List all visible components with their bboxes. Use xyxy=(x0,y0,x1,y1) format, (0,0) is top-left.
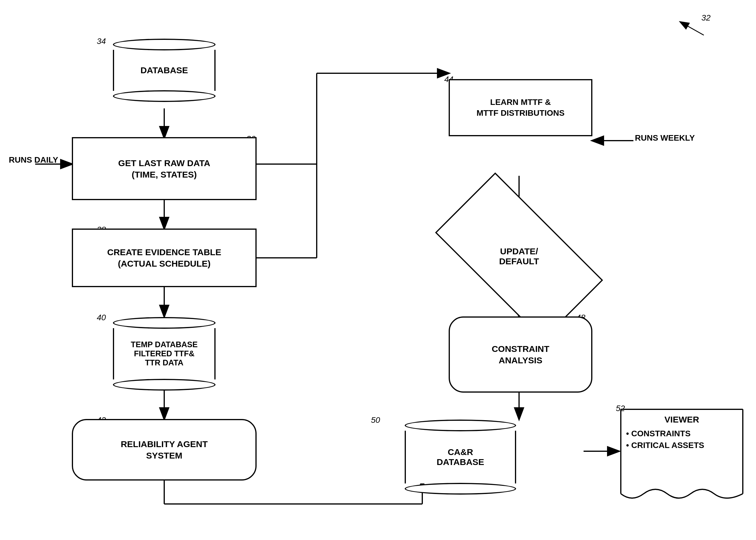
svg-line-1 xyxy=(680,22,704,35)
db-body: DATABASE xyxy=(113,50,216,91)
diagram-container: 32 34 DATABASE 36 GET LAST RAW DATA(TIME… xyxy=(0,0,756,540)
car-db-top xyxy=(405,420,516,431)
car-db-bottom xyxy=(405,483,516,494)
update-default-diamond: UPDATE/DEFAULT xyxy=(443,214,595,299)
ref-34: 34 xyxy=(97,37,106,46)
learn-mttf-box: LEARN MTTF &MTTF DISTRIBUTIONS xyxy=(449,79,592,136)
viewer-constraints: • CONSTRAINTS xyxy=(626,429,737,438)
car-database-node: CA&RDATABASE xyxy=(405,419,516,495)
reliability-agent-box: RELIABILITY AGENTSYSTEM xyxy=(72,419,257,480)
database-node: DATABASE xyxy=(113,38,216,102)
runs-weekly-label: RUNS WEEKLY xyxy=(635,133,695,143)
db-top xyxy=(113,39,216,51)
ref-40: 40 xyxy=(97,313,106,322)
ref-50: 50 xyxy=(371,416,380,425)
viewer-box: VIEWER • CONSTRAINTS • CRITICAL ASSETS xyxy=(620,409,743,502)
create-evidence-table-box: CREATE EVIDENCE TABLE(ACTUAL SCHEDULE) xyxy=(72,228,257,287)
viewer-title: VIEWER xyxy=(626,415,737,425)
temp-db-bottom xyxy=(113,379,216,391)
car-db-body: CA&RDATABASE xyxy=(405,431,516,483)
get-last-raw-data-box: GET LAST RAW DATA(TIME, STATES) xyxy=(72,137,257,200)
viewer-critical-assets: • CRITICAL ASSETS xyxy=(626,441,737,450)
diamond-text: UPDATE/DEFAULT xyxy=(443,214,595,299)
temp-database-node: TEMP DATABASEFILTERED TTF&TTR DATA xyxy=(113,317,216,391)
ref-32: 32 xyxy=(701,13,710,23)
constraint-analysis-box: CONSTRAINTANALYSIS xyxy=(449,317,592,393)
temp-db-body: TEMP DATABASEFILTERED TTF&TTR DATA xyxy=(113,328,216,379)
db-bottom xyxy=(113,90,216,102)
temp-db-top xyxy=(113,317,216,329)
runs-daily-label: RUNS DAILY xyxy=(9,155,58,165)
